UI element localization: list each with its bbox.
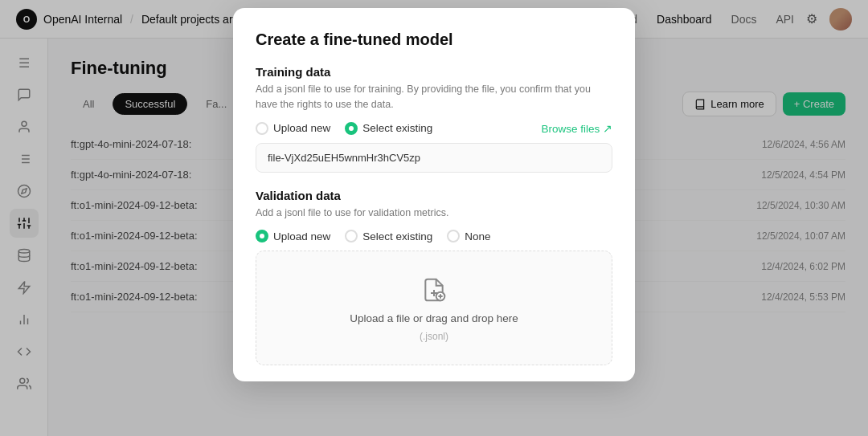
file-input-box[interactable]: file-VjXd25uEH5wnmHr3hCV5zp bbox=[256, 143, 612, 173]
validation-select-radio[interactable] bbox=[345, 230, 358, 242]
training-radio-row: Upload new Select existing Browse files … bbox=[256, 122, 612, 135]
validation-radio-row: Upload new Select existing None bbox=[256, 230, 612, 242]
validation-none-option[interactable]: None bbox=[447, 230, 490, 242]
browse-files-link[interactable]: Browse files ↗ bbox=[541, 122, 612, 135]
upload-label: Upload a file or drag and drop here bbox=[350, 312, 518, 324]
upload-icon bbox=[418, 274, 450, 306]
training-desc: Add a jsonl file to use for training. By… bbox=[256, 82, 612, 112]
training-upload-option[interactable]: Upload new bbox=[256, 122, 330, 135]
validation-label: Validation data bbox=[256, 189, 612, 202]
validation-select-option[interactable]: Select existing bbox=[345, 230, 432, 242]
upload-sublabel: (.jsonl) bbox=[420, 331, 448, 342]
validation-none-radio[interactable] bbox=[447, 230, 460, 242]
training-label: Training data bbox=[256, 65, 612, 79]
modal-overlay[interactable]: Create a fine-tuned model Training data … bbox=[0, 0, 868, 436]
validation-upload-radio[interactable] bbox=[256, 230, 268, 242]
training-upload-radio[interactable] bbox=[256, 122, 268, 135]
training-select-radio[interactable] bbox=[345, 122, 358, 135]
modal: Create a fine-tuned model Training data … bbox=[233, 8, 635, 381]
validation-desc: Add a jsonl file to use for validation m… bbox=[256, 206, 612, 221]
training-section: Training data Add a jsonl file to use fo… bbox=[256, 65, 612, 173]
validation-upload-option[interactable]: Upload new bbox=[256, 230, 330, 242]
training-select-option[interactable]: Select existing bbox=[345, 122, 432, 135]
validation-section: Validation data Add a jsonl file to use … bbox=[256, 189, 612, 366]
upload-drop-zone[interactable]: Upload a file or drag and drop here (.js… bbox=[256, 251, 612, 365]
modal-title: Create a fine-tuned model bbox=[256, 31, 612, 49]
